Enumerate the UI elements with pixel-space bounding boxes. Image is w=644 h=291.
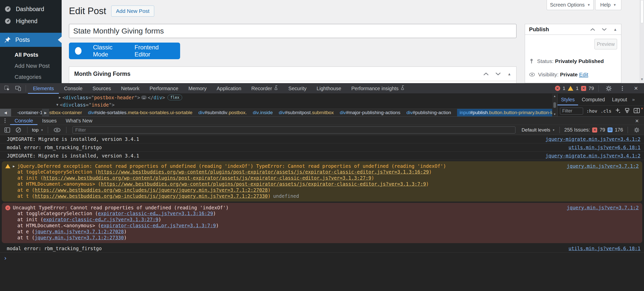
- drawer-tab-console[interactable]: Console: [10, 117, 37, 125]
- breadcrumb-item[interactable]: -container-1.postbox-container: [17, 109, 82, 116]
- tab-computed[interactable]: Computed: [578, 94, 608, 105]
- stack-link[interactable]: https://www.bestbuddies.org/wp-content/p…: [98, 169, 429, 175]
- close-devtools-icon[interactable]: ×: [630, 83, 641, 94]
- sidebar-subitem-all-posts[interactable]: All Posts: [0, 49, 62, 60]
- close-drawer-icon[interactable]: ×: [632, 117, 641, 125]
- collapse-icon[interactable]: ▲: [507, 72, 511, 76]
- issues-summary[interactable]: 255 Issues: ✕ 79 176: [564, 127, 623, 133]
- breadcrumb-item-selected[interactable]: input#publish.button.button-primary.butt…: [457, 109, 552, 116]
- scrollbar-thumb[interactable]: [640, 0, 643, 23]
- breadcrumb-scroll-left-icon[interactable]: ◀: [0, 109, 11, 116]
- drawer-tab-what-s-new[interactable]: What's New: [61, 117, 97, 125]
- post-title-input[interactable]: [69, 24, 516, 38]
- tab-memory[interactable]: Memory: [183, 83, 212, 94]
- kebab-menu-icon[interactable]: [617, 83, 628, 94]
- flex-badge[interactable]: flex: [168, 95, 182, 100]
- breadcrumb-item[interactable]: div#submitdiv.postbox.: [198, 109, 247, 116]
- inline-expand-icon[interactable]: …: [141, 95, 147, 100]
- toggle-panel-icon[interactable]: [633, 108, 640, 114]
- stack-link[interactable]: https://www.bestbuddies.org/wp-includes/…: [35, 187, 268, 193]
- screen-options-button[interactable]: Screen Options ▼: [547, 0, 594, 10]
- expand-icon[interactable]: ▶: [57, 95, 62, 99]
- scrollbar-thumb[interactable]: [553, 102, 556, 108]
- breadcrumb-item[interactable]: div#side-sortables.meta-box-sortables.ui…: [88, 109, 192, 116]
- add-new-post-button[interactable]: Add New Post: [111, 6, 154, 17]
- scroll-up-icon[interactable]: ▲: [553, 94, 556, 98]
- scroll-down-icon[interactable]: ▼: [640, 77, 644, 81]
- stack-link[interactable]: jquery.min.js?ver=3.7.1:2:27330: [35, 235, 124, 240]
- rendering-emulation-icon[interactable]: [624, 108, 630, 115]
- source-link[interactable]: jquery.min.js?ver=3.7.1:2: [567, 163, 639, 169]
- source-link[interactable]: jquery-migrate.min.js?ver=3.4.1:2: [546, 153, 641, 158]
- stack-link[interactable]: expirator-classic-ed…or.js?ver=3.1.3:7:9: [101, 223, 216, 228]
- sidebar-subitem-add-new-post[interactable]: Add New Post: [0, 60, 62, 72]
- tab-elements[interactable]: Elements: [28, 83, 59, 94]
- issues-badge-icon[interactable]: ✕: [581, 86, 586, 91]
- tab-console[interactable]: Console: [59, 83, 87, 94]
- tab-sources[interactable]: Sources: [88, 83, 116, 94]
- breadcrumb-item[interactable]: div#submitpost.submitbox: [279, 109, 334, 116]
- tab-recorder[interactable]: Recorder: [246, 83, 283, 94]
- sidebar-item-posts[interactable]: Posts: [0, 33, 62, 47]
- tab-security[interactable]: Security: [283, 83, 311, 94]
- device-toolbar-icon[interactable]: [13, 83, 24, 94]
- console-sidebar-icon[interactable]: [3, 125, 12, 135]
- stack-link[interactable]: https://www.bestbuddies.org/wp-content/p…: [101, 181, 426, 187]
- source-link[interactable]: jquery.min.js?ver=3.7.1:2: [567, 205, 639, 210]
- dom-tree-row[interactable]: ▶<div class="postbox-header">…</div>flex: [0, 94, 552, 101]
- console-filter-input[interactable]: [72, 126, 515, 134]
- toggle-classes-button[interactable]: .cls: [600, 108, 611, 114]
- tab-network[interactable]: Network: [116, 83, 144, 94]
- breadcrumb-item[interactable]: div#major-publishing-actions: [340, 109, 400, 116]
- source-link[interactable]: utils.min.js?ver=6.6.18:1: [569, 246, 640, 251]
- tab-styles[interactable]: Styles: [557, 94, 578, 105]
- dom-tree-row[interactable]: ▼<div class="inside">: [0, 101, 552, 108]
- sidebar-item-dashboard[interactable]: Dashboard: [0, 3, 62, 15]
- tab-performance[interactable]: Performance: [145, 83, 184, 94]
- elements-scrollbar[interactable]: ▲ ▼: [552, 94, 557, 116]
- new-style-rule-icon[interactable]: [615, 108, 621, 115]
- breadcrumb-item[interactable]: div.inside: [253, 109, 273, 116]
- inspect-element-icon[interactable]: [2, 83, 13, 94]
- styles-scroll-down-icon[interactable]: ▼: [640, 107, 643, 110]
- page-scrollbar[interactable]: ▼: [640, 0, 644, 83]
- move-down-icon[interactable]: [602, 28, 607, 31]
- tab-layout[interactable]: Layout: [609, 94, 631, 105]
- tab-application[interactable]: Application: [212, 83, 246, 94]
- tab-lighthouse[interactable]: Lighthouse: [312, 83, 346, 94]
- frontend-editor-button[interactable]: Frontend Editor: [135, 44, 166, 58]
- stack-link[interactable]: expirator-classic-ed….js?ver=3.1.3:16:29: [98, 211, 213, 216]
- preview-button[interactable]: Preview: [594, 39, 617, 49]
- classic-mode-button[interactable]: Classic Mode: [93, 44, 120, 58]
- collapse-icon[interactable]: ▲: [613, 27, 617, 31]
- sidebar-item-highend[interactable]: Highend: [0, 15, 62, 27]
- move-down-icon[interactable]: [495, 72, 501, 76]
- settings-gear-icon[interactable]: [603, 83, 614, 94]
- stack-link[interactable]: https://www.bestbuddies.org/wp-content/p…: [43, 175, 371, 181]
- tab-performance-insights[interactable]: Performance insights: [346, 83, 410, 94]
- collapse-icon[interactable]: ▼: [55, 103, 60, 107]
- console-settings-gear-icon[interactable]: [632, 125, 641, 135]
- stack-link[interactable]: https://www.bestbuddies.org/wp-includes/…: [35, 193, 268, 199]
- breadcrumb-item[interactable]: div#publishing-action: [407, 109, 451, 116]
- live-expression-eye-icon[interactable]: [53, 125, 62, 135]
- help-button[interactable]: Help ▼: [595, 0, 621, 10]
- drawer-menu-icon[interactable]: [0, 118, 10, 124]
- source-link[interactable]: jquery-migrate.min.js?ver=3.4.1:2: [546, 136, 641, 142]
- scroll-down-icon[interactable]: ▼: [553, 113, 556, 116]
- expand-icon[interactable]: ▶: [13, 164, 15, 168]
- move-up-icon[interactable]: [590, 28, 595, 31]
- clear-console-icon[interactable]: [14, 125, 23, 135]
- stack-link[interactable]: expirator-classic-ed…r.js?ver=3.1.3:27:9: [43, 217, 158, 222]
- stack-link[interactable]: jquery.min.js?ver=3.7.1:2:27028: [35, 229, 124, 234]
- warning-badge-icon[interactable]: [568, 86, 573, 91]
- source-link[interactable]: utils.min.js?ver=6.6.18:1: [569, 145, 640, 150]
- log-levels-selector[interactable]: Default levels ▼: [521, 127, 555, 133]
- context-selector[interactable]: top ▼: [32, 127, 43, 133]
- sidebar-subitem-categories[interactable]: Categories: [0, 72, 62, 83]
- drawer-tab-issues[interactable]: Issues: [37, 117, 61, 125]
- toggle-hover-state-button[interactable]: :hov: [586, 108, 597, 114]
- styles-filter-input[interactable]: [560, 108, 583, 115]
- error-badge-icon[interactable]: ✕: [555, 86, 560, 91]
- console-prompt[interactable]: ›: [0, 253, 644, 262]
